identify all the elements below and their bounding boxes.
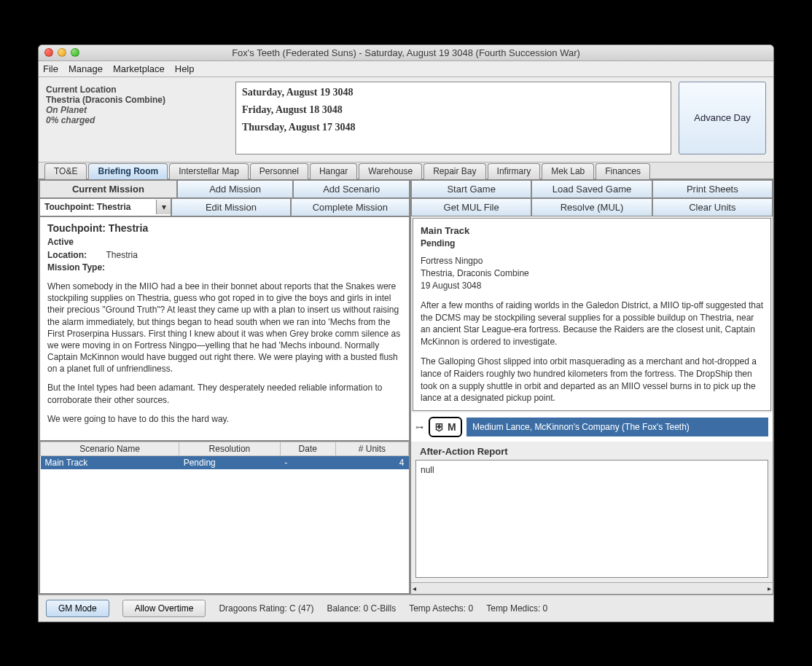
track-p2: The Galloping Ghost slipped into orbit m… [421, 356, 763, 404]
start-game-button[interactable]: Start Game [411, 180, 531, 198]
current-mission-label: Current Mission [39, 180, 177, 198]
balance: Balance: 0 C-Bills [327, 603, 396, 614]
mission-dropdown-value: Touchpoint: Thestria [40, 200, 156, 214]
tab-repair[interactable]: Repair Bay [423, 163, 485, 179]
chevron-down-icon[interactable]: ▾ [156, 200, 171, 214]
mission-p3: We were going to have to do this the har… [47, 413, 402, 425]
top-panel: Current Location Thestria (Draconis Comb… [39, 77, 773, 162]
app-window: Fox's Teeth (Federated Suns) - Saturday,… [38, 44, 774, 622]
th-resolution[interactable]: Resolution [179, 442, 281, 455]
gm-mode-button[interactable]: GM Mode [46, 600, 109, 617]
location-block: Current Location Thestria (Draconis Comb… [46, 82, 228, 154]
close-icon[interactable] [44, 48, 53, 57]
minimize-icon[interactable] [58, 48, 66, 57]
tab-finances[interactable]: Finances [596, 163, 650, 179]
log-entry: Friday, August 18 3048 [242, 104, 665, 116]
traffic-lights [44, 48, 79, 57]
edit-mission-button[interactable]: Edit Mission [171, 198, 290, 216]
log-entry: Saturday, August 19 3048 [242, 87, 665, 98]
main-tabs: TO&E Briefing Room Interstellar Map Pers… [39, 162, 773, 179]
menu-manage[interactable]: Manage [69, 63, 103, 74]
day-log[interactable]: Saturday, August 19 3048 Friday, August … [235, 82, 671, 154]
aar-box[interactable]: null [415, 460, 768, 577]
mission-status: Active [47, 236, 402, 248]
horizontal-scrollbar[interactable]: ◂ ▸ [411, 582, 773, 594]
unit-row[interactable]: ⊶ ⛨ M Medium Lance, McKinnon's Company (… [411, 412, 773, 442]
aar-label: After-Action Report [411, 442, 773, 457]
right-pane: Start Game Load Saved Game Print Sheets … [410, 179, 773, 595]
clear-units-button[interactable]: Clear Units [652, 198, 773, 216]
mission-dropdown[interactable]: Touchpoint: Thestria ▾ [39, 198, 171, 216]
track-l3: 19 August 3048 [421, 280, 763, 292]
mission-description[interactable]: Touchpoint: Thestria Active Location: Th… [39, 216, 410, 441]
print-sheets-button[interactable]: Print Sheets [652, 180, 773, 198]
th-scenario[interactable]: Scenario Name [41, 442, 179, 455]
get-mul-button[interactable]: Get MUL File [411, 198, 531, 216]
th-date[interactable]: Date [280, 442, 335, 455]
tree-toggle-icon[interactable]: ⊶ [415, 423, 424, 432]
track-status: Pending [421, 238, 763, 250]
tab-map[interactable]: Interstellar Map [169, 163, 249, 179]
load-game-button[interactable]: Load Saved Game [531, 180, 652, 198]
table-row[interactable]: Main Track Pending - 4 [41, 455, 409, 469]
log-entry: Thursday, August 17 3048 [242, 122, 665, 133]
tab-hangar[interactable]: Hangar [310, 163, 357, 179]
track-title: Main Track [421, 224, 763, 238]
window-title: Fox's Teeth (Federated Suns) - Saturday,… [39, 47, 773, 58]
aar-value: null [421, 465, 434, 475]
statusbar: GM Mode Allow Overtime Dragoons Rating: … [39, 595, 773, 622]
menu-marketplace[interactable]: Marketplace [113, 63, 165, 74]
resolve-mul-button[interactable]: Resolve (MUL) [531, 198, 652, 216]
track-p1: After a few months of raiding worlds in … [421, 299, 763, 348]
scroll-left-icon[interactable]: ◂ [413, 584, 416, 592]
track-box: Main Track Pending Fortress Ningpo Thest… [413, 218, 771, 412]
scenario-table[interactable]: Scenario Name Resolution Date # Units Ma… [39, 441, 410, 594]
menubar: File Manage Marketplace Help [39, 61, 773, 77]
tab-meklab[interactable]: Mek Lab [542, 163, 594, 179]
tab-personnel[interactable]: Personnel [250, 163, 308, 179]
titlebar: Fox's Teeth (Federated Suns) - Saturday,… [39, 45, 773, 61]
complete-mission-button[interactable]: Complete Mission [291, 198, 410, 216]
content-area: Current Mission Add Mission Add Scenario… [39, 179, 773, 595]
tab-infirmary[interactable]: Infirmary [488, 163, 541, 179]
temp-astechs: Temp Astechs: 0 [409, 603, 473, 614]
location-heading: Current Location [46, 85, 228, 95]
tab-briefing[interactable]: Briefing Room [88, 163, 168, 179]
zoom-icon[interactable] [71, 48, 79, 57]
unit-label[interactable]: Medium Lance, McKinnon's Company (The Fo… [466, 418, 768, 436]
allow-overtime-button[interactable]: Allow Overtime [122, 600, 206, 617]
dragoons-rating: Dragoons Rating: C (47) [219, 603, 313, 614]
mission-loc-value: Thestria [106, 250, 137, 260]
th-units[interactable]: # Units [335, 442, 408, 455]
lance-icon: ⛨ M [429, 417, 462, 437]
mission-loc-label: Location: [47, 250, 87, 260]
menu-file[interactable]: File [43, 63, 58, 74]
track-l1: Fortress Ningpo [421, 255, 763, 267]
tab-toe[interactable]: TO&E [44, 163, 87, 179]
left-pane: Current Mission Add Mission Add Scenario… [39, 179, 410, 595]
tab-warehouse[interactable]: Warehouse [359, 163, 422, 179]
location-place: Thestria (Draconis Combine) [46, 95, 228, 105]
scroll-right-icon[interactable]: ▸ [768, 584, 771, 592]
mission-p1: When somebody in the MIIO had a bee in t… [47, 281, 402, 375]
location-status: On Planet [46, 105, 228, 115]
temp-medics: Temp Medics: 0 [486, 603, 547, 614]
mission-p2: But the Intel types had been adamant. Th… [47, 382, 402, 405]
add-scenario-button[interactable]: Add Scenario [293, 180, 410, 198]
mission-title: Touchpoint: Thestria [47, 222, 402, 235]
location-charge: 0% charged [46, 115, 228, 125]
track-l2: Thestria, Draconis Combine [421, 267, 763, 280]
mission-type-label: Mission Type: [47, 262, 402, 273]
advance-day-button[interactable]: Advance Day [679, 82, 766, 154]
add-mission-button[interactable]: Add Mission [177, 180, 294, 198]
menu-help[interactable]: Help [175, 63, 195, 74]
